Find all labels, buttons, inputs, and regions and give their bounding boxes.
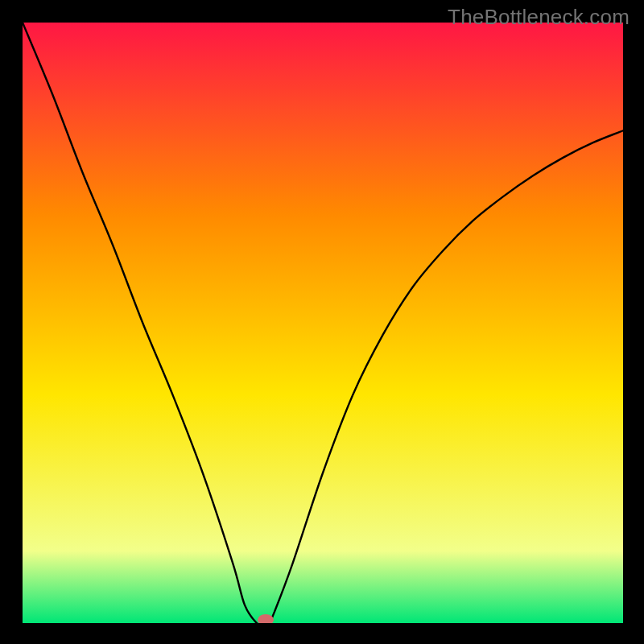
optimal-point-marker <box>258 614 274 623</box>
bottleneck-curve <box>23 23 623 623</box>
plot-area <box>23 23 623 623</box>
watermark-text: TheBottleneck.com <box>448 5 630 30</box>
chart-frame: TheBottleneck.com <box>0 0 644 644</box>
